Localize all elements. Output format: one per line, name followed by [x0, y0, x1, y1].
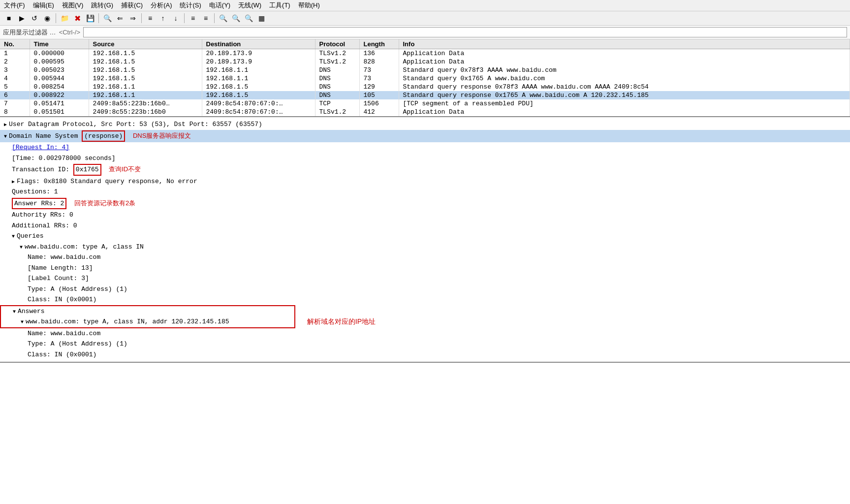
answer-class-row: Class: IN (0x0001) — [0, 349, 850, 360]
answer-baidu-section[interactable]: www.baidu.com: type A, class IN, addr 12… — [1, 316, 294, 327]
toolbar-restart[interactable]: ↺ — [29, 13, 40, 24]
table-row[interactable]: 40.005944192.168.1.5192.168.1.1DNS73Stan… — [0, 74, 850, 83]
query-name-label: Name: www.baidu.com — [28, 253, 100, 261]
toolbar-zoom-out[interactable]: 🔍 — [230, 13, 242, 24]
dns-response-box: (response) — [82, 130, 125, 142]
menu-view[interactable]: 视图(V) — [62, 1, 83, 10]
dns-section[interactable]: Domain Name System (response) DNS服务器响应报文 — [0, 130, 850, 143]
toolbar-open[interactable]: 📁 — [59, 13, 70, 24]
query-label-count-row: [Label Count: 3] — [0, 273, 850, 284]
toolbar-coloring[interactable]: ≡ — [187, 13, 199, 24]
authority-rrs-row: Authority RRs: 0 — [0, 210, 850, 220]
menubar: 文件(F) 编辑(E) 视图(V) 跳转(G) 捕获(C) 分析(A) 统计(S… — [0, 0, 850, 11]
time-row: [Time: 0.002978000 seconds] — [0, 153, 850, 164]
toolbar: ■ ▶ ↺ ◉ 📁 ✖ 💾 🔍 ⇐ ⇒ ≡ ↑ ↓ ≡ ≡ 🔍 🔍 🔍 ▦ — [0, 11, 850, 26]
menu-help[interactable]: 帮助(H) — [298, 1, 320, 10]
toolbar-sep-5 — [214, 13, 215, 23]
query-name-len-label: [Name Length: 13] — [28, 264, 93, 272]
toolbar-sep-3 — [141, 13, 142, 23]
request-in-row[interactable]: [Request In: 4] — [0, 142, 850, 153]
toolbar-start[interactable]: ▶ — [16, 13, 28, 24]
table-row[interactable]: 30.005023192.168.1.5192.168.1.1DNS73Stan… — [0, 66, 850, 74]
table-row[interactable]: 60.008922192.168.1.1192.168.1.5DNS105Sta… — [0, 91, 850, 99]
query-label-count-label: [Label Count: 3] — [28, 275, 89, 282]
answer-baidu-label: www.baidu.com: type A, class IN, addr 12… — [26, 318, 229, 325]
packet-list-header: No. Time Source Destination Protocol Len… — [0, 39, 850, 49]
table-row[interactable]: 10.000000192.168.1.520.189.173.9TLSv1.21… — [0, 49, 850, 58]
menu-wireless[interactable]: 无线(W) — [238, 1, 261, 10]
toolbar-up[interactable]: ↑ — [157, 13, 169, 24]
toolbar-back[interactable]: ⇐ — [114, 13, 126, 24]
toolbar-down[interactable]: ↓ — [170, 13, 182, 24]
col-info: Info — [399, 39, 850, 49]
queries-label: Queries — [17, 232, 44, 240]
toolbar-stop[interactable]: ■ — [3, 13, 15, 24]
answer-rrs-annotation: 回答资源记录数有2条 — [74, 199, 135, 207]
filterbar-shortcut: <Ctrl-/> — [59, 29, 80, 36]
questions-label: Questions: 1 — [12, 188, 58, 195]
col-destination: Destination — [202, 39, 315, 49]
answer-name-label: Name: www.baidu.com — [28, 330, 100, 337]
flags-row[interactable]: Flags: 0x8180 Standard query response, N… — [0, 176, 850, 187]
answer-baidu-chevron — [21, 318, 26, 325]
toolbar-goto[interactable]: ≡ — [144, 13, 156, 24]
filterbar-label: 应用显示过滤器 … — [3, 28, 56, 37]
menu-capture[interactable]: 捕获(C) — [121, 1, 143, 10]
query-baidu-section[interactable]: www.baidu.com: type A, class IN — [0, 242, 850, 252]
dns-label: Domain Name System — [9, 132, 82, 140]
menu-edit[interactable]: 编辑(E) — [33, 1, 54, 10]
menu-tools[interactable]: 工具(T) — [269, 1, 290, 10]
col-source: Source — [89, 39, 202, 49]
request-in-link[interactable]: [Request In: 4] — [12, 144, 69, 151]
dns-chevron — [4, 132, 9, 140]
toolbar-sep-4 — [184, 13, 185, 23]
flags-label: Flags: 0x8180 Standard query response, N… — [17, 178, 197, 185]
col-protocol: Protocol — [315, 39, 359, 49]
table-row[interactable]: 80.0515012409:8c55:223b:16b02409:8c54:87… — [0, 108, 850, 116]
toolbar-sep-1 — [56, 13, 56, 23]
toolbar-layout[interactable]: ▦ — [255, 13, 267, 24]
authority-rrs-label: Authority RRs: 0 — [12, 211, 73, 219]
answer-name-row: Name: www.baidu.com — [0, 328, 850, 339]
table-row[interactable]: 70.0514712409:8a55:223b:16b0…2409:8c54:8… — [0, 99, 850, 108]
table-row[interactable]: 20.000595192.168.1.520.189.173.9TLSv1.28… — [0, 58, 850, 66]
toolbar-save[interactable]: 💾 — [84, 13, 96, 24]
toolbar-options[interactable]: ◉ — [41, 13, 53, 24]
col-time: Time — [30, 39, 89, 49]
answers-section[interactable]: Answers — [1, 306, 294, 317]
detail-pane: User Datagram Protocol, Src Port: 53 (53… — [0, 117, 850, 363]
answers-chevron — [13, 308, 18, 315]
udp-chevron — [4, 121, 9, 128]
toolbar-forward[interactable]: ⇒ — [127, 13, 139, 24]
filter-input[interactable] — [83, 27, 847, 37]
menu-phone[interactable]: 电话(Y) — [209, 1, 230, 10]
toolbar-search[interactable]: 🔍 — [101, 13, 113, 24]
toolbar-coloring2[interactable]: ≡ — [200, 13, 212, 24]
queries-section[interactable]: Queries — [0, 231, 850, 242]
toolbar-zoom-in[interactable]: 🔍 — [217, 13, 229, 24]
toolbar-close[interactable]: ✖ — [71, 13, 83, 24]
answers-annotation: 解析域名对应的IP地址 — [307, 317, 376, 325]
menu-jump[interactable]: 跳转(G) — [91, 1, 113, 10]
query-class-row: Class: IN (0x0001) — [0, 294, 850, 305]
transaction-id-annotation: 查询ID不变 — [109, 165, 141, 173]
transaction-id-row: Transaction ID: 0x1765 查询ID不变 — [0, 163, 850, 176]
udp-section[interactable]: User Datagram Protocol, Src Port: 53 (53… — [0, 119, 850, 130]
answer-type-label: Type: A (Host Address) (1) — [28, 340, 127, 347]
menu-file[interactable]: 文件(F) — [4, 1, 25, 10]
menu-analyze[interactable]: 分析(A) — [151, 1, 172, 10]
query-name-row: Name: www.baidu.com — [0, 252, 850, 263]
menu-stats[interactable]: 统计(S) — [180, 1, 201, 10]
query-baidu-chevron — [20, 243, 25, 251]
answer-rrs-box: Answer RRs: 2 — [12, 198, 66, 210]
toolbar-sep-2 — [98, 13, 99, 23]
col-length: Length — [359, 39, 399, 49]
dns-annotation: DNS服务器响应报文 — [133, 132, 191, 139]
table-row[interactable]: 50.008254192.168.1.1192.168.1.5DNS129Sta… — [0, 83, 850, 91]
query-type-row: Type: A (Host Address) (1) — [0, 284, 850, 295]
query-baidu-label: www.baidu.com: type A, class IN — [25, 243, 144, 251]
query-name-len-row: [Name Length: 13] — [0, 263, 850, 274]
toolbar-zoom-reset[interactable]: 🔍 — [243, 13, 254, 24]
col-no: No. — [0, 39, 30, 49]
answer-rrs-row: Answer RRs: 2 回答资源记录数有2条 — [0, 197, 850, 210]
